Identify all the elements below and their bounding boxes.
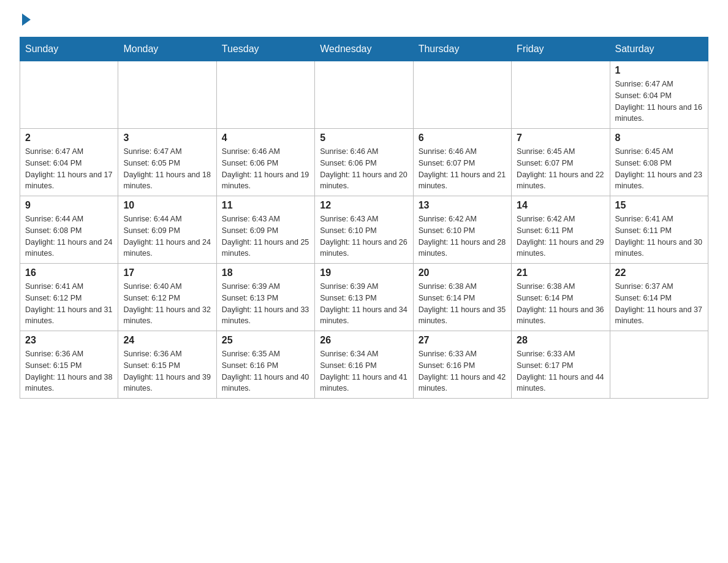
day-number: 1 <box>615 65 703 76</box>
day-number: 4 <box>222 132 309 144</box>
calendar-cell: 18Sunrise: 6:39 AMSunset: 6:13 PMDayligh… <box>216 264 314 331</box>
calendar-cell: 24Sunrise: 6:36 AMSunset: 6:15 PMDayligh… <box>118 331 216 399</box>
calendar-cell: 10Sunrise: 6:44 AMSunset: 6:09 PMDayligh… <box>118 196 216 264</box>
day-number: 24 <box>123 335 211 346</box>
day-info: Sunrise: 6:34 AMSunset: 6:16 PMDaylight:… <box>320 348 408 394</box>
day-info: Sunrise: 6:38 AMSunset: 6:14 PMDaylight:… <box>419 281 506 327</box>
day-number: 13 <box>419 200 506 211</box>
calendar-cell: 12Sunrise: 6:43 AMSunset: 6:10 PMDayligh… <box>315 196 413 264</box>
calendar-cell: 27Sunrise: 6:33 AMSunset: 6:16 PMDayligh… <box>413 331 511 399</box>
day-number: 27 <box>419 335 506 346</box>
calendar-cell: 11Sunrise: 6:43 AMSunset: 6:09 PMDayligh… <box>216 196 314 264</box>
page-header <box>20 15 708 26</box>
day-number: 6 <box>419 132 506 144</box>
day-info: Sunrise: 6:33 AMSunset: 6:16 PMDaylight:… <box>419 348 506 394</box>
calendar-cell: 13Sunrise: 6:42 AMSunset: 6:10 PMDayligh… <box>413 196 511 264</box>
column-header-sunday: Sunday <box>20 37 118 61</box>
day-info: Sunrise: 6:47 AMSunset: 6:04 PMDaylight:… <box>615 79 703 124</box>
day-info: Sunrise: 6:36 AMSunset: 6:15 PMDaylight:… <box>25 348 113 394</box>
day-number: 11 <box>222 200 309 211</box>
day-info: Sunrise: 6:47 AMSunset: 6:04 PMDaylight:… <box>25 146 113 192</box>
day-number: 21 <box>517 267 604 278</box>
day-info: Sunrise: 6:33 AMSunset: 6:17 PMDaylight:… <box>517 348 604 394</box>
column-header-friday: Friday <box>512 37 610 61</box>
calendar-cell: 28Sunrise: 6:33 AMSunset: 6:17 PMDayligh… <box>512 331 610 399</box>
day-info: Sunrise: 6:39 AMSunset: 6:13 PMDaylight:… <box>320 281 408 327</box>
column-header-tuesday: Tuesday <box>216 37 314 61</box>
day-info: Sunrise: 6:46 AMSunset: 6:07 PMDaylight:… <box>419 146 506 192</box>
calendar-cell: 8Sunrise: 6:45 AMSunset: 6:08 PMDaylight… <box>610 129 708 196</box>
day-info: Sunrise: 6:43 AMSunset: 6:10 PMDaylight:… <box>320 213 408 259</box>
column-header-saturday: Saturday <box>610 37 708 61</box>
day-number: 8 <box>615 132 703 144</box>
day-number: 2 <box>25 132 113 144</box>
calendar-cell: 26Sunrise: 6:34 AMSunset: 6:16 PMDayligh… <box>315 331 413 399</box>
day-number: 17 <box>123 267 211 278</box>
day-info: Sunrise: 6:35 AMSunset: 6:16 PMDaylight:… <box>222 348 309 394</box>
day-number: 14 <box>517 200 604 211</box>
calendar-cell <box>118 61 216 129</box>
column-header-thursday: Thursday <box>413 37 511 61</box>
day-info: Sunrise: 6:45 AMSunset: 6:07 PMDaylight:… <box>517 146 604 192</box>
day-number: 22 <box>615 267 703 278</box>
calendar-cell <box>610 331 708 399</box>
calendar-cell <box>216 61 314 129</box>
day-info: Sunrise: 6:39 AMSunset: 6:13 PMDaylight:… <box>222 281 309 327</box>
day-info: Sunrise: 6:46 AMSunset: 6:06 PMDaylight:… <box>320 146 408 192</box>
calendar-week-3: 9Sunrise: 6:44 AMSunset: 6:08 PMDaylight… <box>20 196 708 264</box>
day-info: Sunrise: 6:40 AMSunset: 6:12 PMDaylight:… <box>123 281 211 327</box>
calendar-cell: 14Sunrise: 6:42 AMSunset: 6:11 PMDayligh… <box>512 196 610 264</box>
calendar-week-2: 2Sunrise: 6:47 AMSunset: 6:04 PMDaylight… <box>20 129 708 196</box>
calendar-cell: 15Sunrise: 6:41 AMSunset: 6:11 PMDayligh… <box>610 196 708 264</box>
calendar-cell: 3Sunrise: 6:47 AMSunset: 6:05 PMDaylight… <box>118 129 216 196</box>
calendar-cell: 22Sunrise: 6:37 AMSunset: 6:14 PMDayligh… <box>610 264 708 331</box>
day-number: 25 <box>222 335 309 346</box>
day-number: 7 <box>517 132 604 144</box>
day-info: Sunrise: 6:46 AMSunset: 6:06 PMDaylight:… <box>222 146 309 192</box>
calendar-week-1: 1Sunrise: 6:47 AMSunset: 6:04 PMDaylight… <box>20 61 708 129</box>
calendar-cell: 19Sunrise: 6:39 AMSunset: 6:13 PMDayligh… <box>315 264 413 331</box>
calendar-week-5: 23Sunrise: 6:36 AMSunset: 6:15 PMDayligh… <box>20 331 708 399</box>
calendar-cell: 6Sunrise: 6:46 AMSunset: 6:07 PMDaylight… <box>413 129 511 196</box>
day-number: 16 <box>25 267 113 278</box>
calendar-cell: 20Sunrise: 6:38 AMSunset: 6:14 PMDayligh… <box>413 264 511 331</box>
calendar-cell <box>20 61 118 129</box>
day-number: 5 <box>320 132 408 144</box>
day-info: Sunrise: 6:44 AMSunset: 6:09 PMDaylight:… <box>123 213 211 259</box>
calendar-cell: 25Sunrise: 6:35 AMSunset: 6:16 PMDayligh… <box>216 331 314 399</box>
calendar-cell: 21Sunrise: 6:38 AMSunset: 6:14 PMDayligh… <box>512 264 610 331</box>
day-info: Sunrise: 6:47 AMSunset: 6:05 PMDaylight:… <box>123 146 211 192</box>
day-number: 18 <box>222 267 309 278</box>
calendar-cell <box>315 61 413 129</box>
calendar-table: SundayMondayTuesdayWednesdayThursdayFrid… <box>20 37 708 399</box>
day-number: 12 <box>320 200 408 211</box>
calendar-cell: 23Sunrise: 6:36 AMSunset: 6:15 PMDayligh… <box>20 331 118 399</box>
calendar-cell: 5Sunrise: 6:46 AMSunset: 6:06 PMDaylight… <box>315 129 413 196</box>
calendar-cell: 9Sunrise: 6:44 AMSunset: 6:08 PMDaylight… <box>20 196 118 264</box>
calendar-cell <box>413 61 511 129</box>
day-info: Sunrise: 6:37 AMSunset: 6:14 PMDaylight:… <box>615 281 703 327</box>
day-info: Sunrise: 6:38 AMSunset: 6:14 PMDaylight:… <box>517 281 604 327</box>
calendar-cell: 4Sunrise: 6:46 AMSunset: 6:06 PMDaylight… <box>216 129 314 196</box>
calendar-cell: 17Sunrise: 6:40 AMSunset: 6:12 PMDayligh… <box>118 264 216 331</box>
calendar-cell: 16Sunrise: 6:41 AMSunset: 6:12 PMDayligh… <box>20 264 118 331</box>
logo-arrow-icon <box>22 13 31 26</box>
day-number: 20 <box>419 267 506 278</box>
day-number: 28 <box>517 335 604 346</box>
day-number: 15 <box>615 200 703 211</box>
day-number: 9 <box>25 200 113 211</box>
day-info: Sunrise: 6:43 AMSunset: 6:09 PMDaylight:… <box>222 213 309 259</box>
day-info: Sunrise: 6:36 AMSunset: 6:15 PMDaylight:… <box>123 348 211 394</box>
day-number: 19 <box>320 267 408 278</box>
day-info: Sunrise: 6:41 AMSunset: 6:12 PMDaylight:… <box>25 281 113 327</box>
day-info: Sunrise: 6:45 AMSunset: 6:08 PMDaylight:… <box>615 146 703 192</box>
day-info: Sunrise: 6:41 AMSunset: 6:11 PMDaylight:… <box>615 213 703 259</box>
column-header-monday: Monday <box>118 37 216 61</box>
calendar-cell: 7Sunrise: 6:45 AMSunset: 6:07 PMDaylight… <box>512 129 610 196</box>
logo <box>20 15 31 26</box>
calendar-week-4: 16Sunrise: 6:41 AMSunset: 6:12 PMDayligh… <box>20 264 708 331</box>
day-info: Sunrise: 6:44 AMSunset: 6:08 PMDaylight:… <box>25 213 113 259</box>
day-info: Sunrise: 6:42 AMSunset: 6:11 PMDaylight:… <box>517 213 604 259</box>
day-info: Sunrise: 6:42 AMSunset: 6:10 PMDaylight:… <box>419 213 506 259</box>
day-number: 3 <box>123 132 211 144</box>
